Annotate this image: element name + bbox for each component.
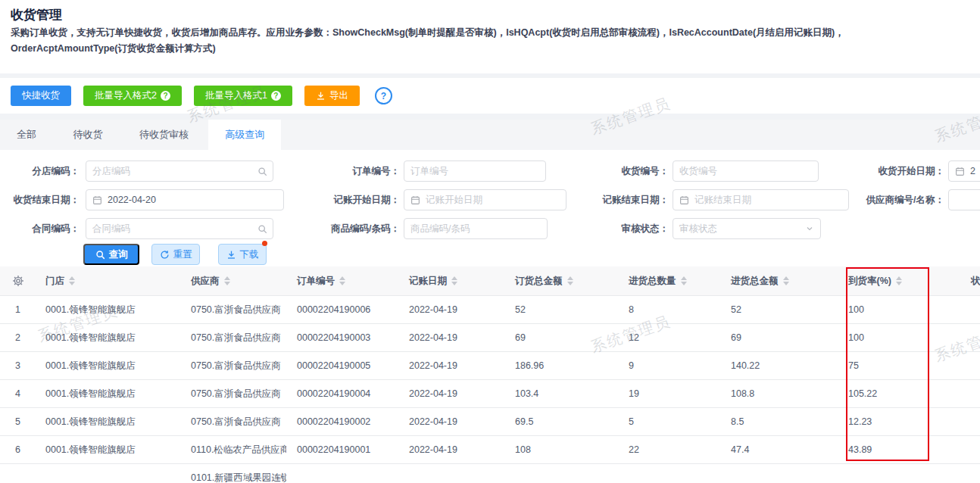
export-button[interactable]: 导出 [304,86,360,106]
goods-code-label: 商品编码/条码： [309,218,400,239]
question-badge-icon: ? [271,91,281,101]
header-supplier-label: 供应商 [191,275,220,288]
receive-end-date-input[interactable]: 2022-04-20 [86,189,284,210]
header-supplier[interactable]: 供应商 [180,266,286,295]
receive-end-date-value: 2022-04-20 [108,195,156,205]
download-icon [226,250,236,260]
cell-purchase-amount [720,464,838,483]
header-purchase-amount[interactable]: 进货总金额 [720,266,838,295]
account-start-date-label: 记账开始日期： [309,189,400,210]
cell-order-no: 00002204190003 [286,324,398,351]
sort-icon[interactable] [783,276,789,285]
header-status[interactable]: 状态 [919,266,980,295]
order-no-input-wrap [404,160,546,182]
search-button[interactable]: 查询 [83,244,139,265]
header-account-date[interactable]: 记账日期 [398,266,504,295]
cell-account-date: 2022-04-19 [398,352,504,379]
contract-code-label: 合同编码： [0,218,80,239]
cell-supplier: 0750.富浙食品供应商 [180,408,286,435]
receive-start-date-input[interactable]: 2 [948,160,980,182]
header-store[interactable]: 门店 [35,266,180,295]
cell-purchase-qty: 22 [618,436,720,463]
table-row[interactable]: 2 0001.领锋智能旗舰店 0750.富浙食品供应商 000022041900… [0,324,980,352]
cell-purchase-qty: 19 [618,380,720,407]
goods-code-input-wrap [404,218,548,239]
table-row[interactable]: 1 0001.领锋智能旗舰店 0750.富浙食品供应商 000022041900… [0,296,980,324]
header-purchase-qty[interactable]: 进货总数量 [618,266,720,295]
search-icon [95,250,105,260]
account-end-date-input[interactable]: 记账结束日期 [673,189,849,210]
account-start-date-placeholder: 记账开始日期 [426,194,482,207]
batch-import1-label: 批量导入格式1 [205,89,267,102]
search-button-label: 查询 [109,248,128,261]
row-index: 2 [0,324,35,351]
header-store-label: 门店 [45,275,64,288]
header-order-no[interactable]: 订单编号 [286,266,398,295]
gear-icon [12,275,24,287]
cell-order-amount: 69 [504,324,618,351]
batch-import-format2-button[interactable]: 批量导入格式2 ? [83,86,182,106]
quick-receive-button[interactable]: 快捷收货 [11,86,71,106]
table-row[interactable]: 3 0001.领锋智能旗舰店 0750.富浙食品供应商 000022041900… [0,352,980,380]
branch-code-label: 分店编码： [0,160,80,182]
contract-code-input[interactable] [86,218,273,239]
audit-status-label: 审核状态： [578,218,669,239]
batch-import-format1-button[interactable]: 批量导入格式1 ? [194,86,292,106]
sort-icon[interactable] [339,276,345,285]
cell-status [919,436,980,463]
cell-account-date: 2022-04-19 [398,380,504,407]
sort-icon[interactable] [69,276,75,285]
supplier-input[interactable] [948,189,980,210]
tab-pending-receive[interactable]: 待收货 [56,120,119,150]
cell-order-no [286,464,398,483]
column-settings-button[interactable] [0,266,35,295]
cell-purchase-qty: 9 [618,352,720,379]
header-order-amount[interactable]: 订货总金额 [504,266,618,295]
cell-purchase-amount: 140.22 [720,352,838,379]
cell-order-amount [504,464,618,483]
cell-purchase-amount: 8.5 [720,408,838,435]
audit-status-select[interactable]: 审核状态 [673,218,821,239]
account-start-date-input[interactable]: 记账开始日期 [404,189,566,210]
receive-no-input[interactable] [673,160,819,182]
help-icon[interactable]: ? [375,87,392,104]
cell-status [919,352,980,379]
sort-icon[interactable] [567,276,573,285]
reset-button[interactable]: 重置 [151,244,200,265]
cell-store: 0001.领锋智能旗舰店 [35,324,180,351]
sort-icon[interactable] [224,276,230,285]
cell-supplier: 0750.富浙食品供应商 [180,324,286,351]
cell-order-no: 00002204190004 [286,380,398,407]
goods-code-input[interactable] [404,218,548,239]
sort-icon[interactable] [451,276,457,285]
table-row[interactable]: 5 0001.领锋智能旗舰店 0750.富浙食品供应商 000022041900… [0,408,980,436]
cell-order-no: 00002204190006 [286,296,398,323]
calendar-icon [679,195,689,205]
supplier-input-wrap [948,189,980,210]
tab-advanced-query[interactable]: 高级查询 [208,120,281,150]
notification-dot [262,241,267,246]
table-row[interactable]: 0101.新疆西域果园连锁 [0,464,980,483]
table-row[interactable]: 6 0001.领锋智能旗舰店 0110.松临农产品供应商 00002204190… [0,436,980,464]
sort-icon[interactable] [681,276,687,285]
cell-order-amount: 52 [504,296,618,323]
row-index: 3 [0,352,35,379]
cell-purchase-amount: 69 [720,324,838,351]
cell-order-no: 00002204190005 [286,352,398,379]
cell-account-date: 2022-04-19 [398,296,504,323]
tab-pending-review[interactable]: 待收货审核 [123,120,205,150]
header-arrival-rate[interactable]: 到货率(%) [838,266,919,295]
tab-all[interactable]: 全部 [0,120,53,150]
receive-no-label: 收货编号： [578,160,669,182]
header-status-label: 状态 [971,275,980,288]
branch-code-input[interactable] [86,160,273,182]
sort-icon[interactable] [896,276,902,285]
receive-start-date-value: 2 [970,166,975,176]
download-button[interactable]: 下载 [218,244,267,265]
receive-start-date-label: 收货开始日期： [850,160,944,182]
receive-no-input-wrap [673,160,819,182]
table-row[interactable]: 4 0001.领锋智能旗舰店 0750.富浙食品供应商 000022041900… [0,380,980,408]
order-no-input[interactable] [404,160,546,182]
header-order-amount-label: 订货总金额 [515,275,563,288]
cell-purchase-amount: 47.4 [720,436,838,463]
